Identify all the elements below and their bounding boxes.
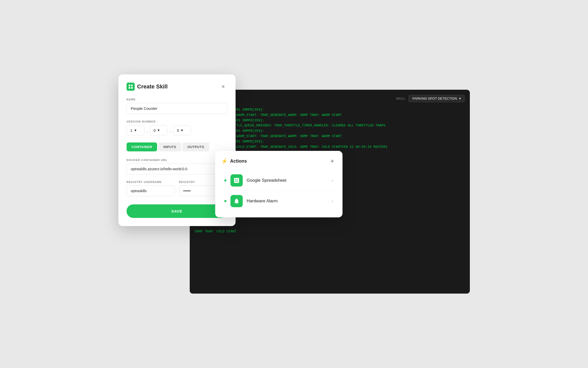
chevron-down-icon: ▾	[158, 128, 160, 133]
actions-header: ⚡ Actions +	[221, 157, 336, 165]
close-button[interactable]: ×	[219, 83, 227, 91]
chevron-down-icon: ▾	[181, 128, 183, 133]
action-status-dot	[224, 200, 226, 202]
registry-username-label: REGISTRY USERNAME	[127, 180, 175, 183]
bell-icon	[233, 198, 240, 204]
log-line	[195, 224, 465, 229]
svg-rect-4	[131, 87, 132, 89]
version-separator-2: .	[170, 127, 171, 133]
skill-icon	[127, 83, 135, 91]
action-item-hardware-alarm[interactable]: Hardware Alarm ›	[221, 191, 336, 211]
skill-label: SKILL	[396, 97, 406, 100]
version-minor-value: 0	[154, 128, 156, 133]
log-line: SNMP TRAP: COLD START	[195, 229, 465, 234]
version-major-select[interactable]: 1 ▾	[127, 125, 144, 135]
registry-username-field: REGISTRY USERNAME	[127, 180, 175, 196]
version-label: VERSION NUMBER	[127, 120, 227, 123]
svg-rect-1	[129, 85, 130, 86]
docker-url-label: DOCKER CONTAINER URL	[127, 159, 227, 162]
tab-inputs[interactable]: INPUTS	[158, 142, 181, 151]
tab-container[interactable]: CONTAINER	[127, 142, 157, 151]
modal-title: Create Skill	[127, 83, 168, 91]
docker-url-input[interactable]: optraskills.azurecr.io/hello-world:0.0	[127, 164, 227, 174]
name-label: NAME	[127, 98, 227, 101]
chevron-right-icon: ›	[332, 178, 333, 183]
chevron-down-icon: ▾	[459, 97, 461, 100]
docker-url-value: optraskills.azurecr.io/hello-world:0.0	[131, 167, 187, 171]
version-major-value: 1	[130, 128, 132, 133]
version-row: 1 ▾ . 0 ▾ . 0 ▾	[127, 125, 227, 135]
add-action-button[interactable]: +	[328, 157, 336, 165]
spreadsheet-icon	[233, 177, 240, 184]
version-minor-select[interactable]: 0 ▾	[150, 125, 168, 135]
hardware-alarm-label: Hardware Alarm	[247, 199, 328, 204]
name-input[interactable]	[127, 103, 227, 114]
hardware-alarm-icon-box	[230, 195, 243, 207]
modal-title-text: Create Skill	[137, 83, 168, 90]
action-status-dot	[224, 179, 226, 181]
modal-header: Create Skill ×	[127, 83, 227, 91]
action-item-google-spreadsheet[interactable]: Google Spreadsheet ›	[221, 170, 336, 191]
svg-rect-2	[131, 85, 132, 86]
chevron-down-icon: ▾	[134, 128, 136, 133]
svg-rect-3	[129, 87, 130, 89]
svg-rect-0	[127, 83, 135, 91]
actions-title-text: Actions	[230, 159, 247, 164]
registry-username-input[interactable]	[127, 186, 175, 196]
registry-row: REGISTRY USERNAME REGISTRY	[127, 180, 227, 196]
version-separator-1: .	[146, 127, 148, 133]
skill-name: PARKING SPOT DETECTION	[412, 97, 457, 100]
chevron-right-icon: ›	[332, 199, 333, 204]
version-patch-value: 0	[177, 128, 179, 133]
actions-title: ⚡ Actions	[221, 158, 247, 164]
version-patch-select[interactable]: 0 ▾	[173, 125, 191, 135]
google-spreadsheet-label: Google Spreadsheet	[247, 178, 328, 183]
tab-row: CONTAINER INPUTS OUTPUTS	[127, 142, 227, 151]
actions-popup: ⚡ Actions + Google Spreadsheet ›	[215, 151, 343, 217]
lightning-icon: ⚡	[221, 158, 228, 164]
google-spreadsheet-icon-box	[230, 174, 243, 187]
skill-badge[interactable]: PARKING SPOT DETECTION ▾	[408, 95, 464, 102]
save-button[interactable]: SAVE	[127, 204, 227, 218]
tab-outputs[interactable]: OUTPUTS	[182, 142, 209, 151]
